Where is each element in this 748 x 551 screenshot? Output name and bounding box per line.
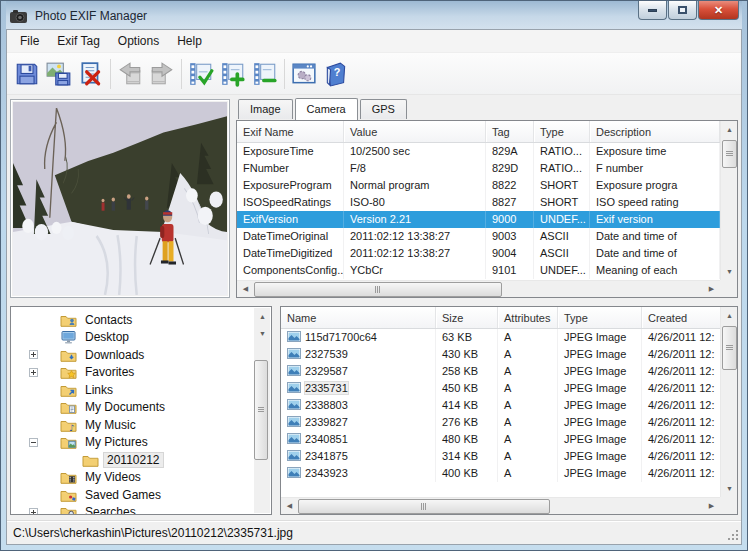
scroll-right-arrow[interactable]: ▶ xyxy=(703,281,720,298)
column-header-attributes[interactable]: Attributes xyxy=(498,307,558,328)
expand-icon[interactable] xyxy=(29,368,38,377)
column-header-value[interactable]: Value xyxy=(344,121,486,142)
table-cell: FNumber xyxy=(237,160,344,177)
table-row[interactable]: ExifVersionVersion 2.219000UNDEF...Exif … xyxy=(237,211,720,228)
files-vertical-scrollbar[interactable]: ▲ ▼ xyxy=(720,307,737,497)
image-file-icon xyxy=(287,399,301,410)
table-cell: ASCII xyxy=(534,245,590,262)
table-cell: ComponentsConfig... xyxy=(237,262,344,279)
tree-item-label: My Documents xyxy=(82,400,168,414)
table-row[interactable]: DateTimeDigitized2011:02:12 13:38:279004… xyxy=(237,245,720,262)
save-image-button[interactable] xyxy=(43,57,75,91)
tab-image[interactable]: Image xyxy=(238,99,293,119)
expand-icon[interactable] xyxy=(29,508,38,514)
scroll-left-arrow[interactable]: ◀ xyxy=(281,498,298,515)
table-cell: Normal program xyxy=(344,177,486,194)
minimize-button[interactable] xyxy=(638,1,667,20)
menu-help[interactable]: Help xyxy=(168,31,211,51)
searches-icon xyxy=(60,505,77,514)
menu-exif-tag[interactable]: Exif Tag xyxy=(48,31,108,51)
table-row[interactable]: 2329587258 KBAJPEG Image4/26/2011 12: xyxy=(281,363,720,380)
column-header-type[interactable]: Type xyxy=(534,121,590,142)
tree-item-links[interactable]: Links xyxy=(11,381,254,399)
column-header-type[interactable]: Type xyxy=(558,307,642,328)
help-button[interactable]: ? xyxy=(320,57,352,91)
table-row[interactable]: DateTimeOriginal2011:02:12 13:38:279003A… xyxy=(237,228,720,245)
scroll-left-arrow[interactable]: ◀ xyxy=(237,281,254,298)
tree-item-favorites[interactable]: Favorites xyxy=(11,364,254,382)
save-image-icon xyxy=(46,61,72,87)
table-row[interactable]: 2340851480 KBAJPEG Image4/26/2011 12: xyxy=(281,431,720,448)
tree-item-saved-games[interactable]: Saved Games xyxy=(11,486,254,504)
table-row[interactable]: ExposureTime10/2500 sec829ARATIO...Expos… xyxy=(237,143,720,160)
table-cell: 480 KB xyxy=(436,431,498,448)
close-button[interactable]: ✕ xyxy=(698,1,739,20)
collapse-icon[interactable] xyxy=(29,438,38,447)
table-row[interactable]: 2343923400 KBAJPEG Image4/26/2011 12: xyxy=(281,465,720,482)
scroll-thumb[interactable] xyxy=(722,326,737,370)
table-row[interactable]: ISOSpeedRatingsISO-808827SHORTISO speed … xyxy=(237,194,720,211)
scroll-up-arrow[interactable]: ▲ xyxy=(721,121,738,138)
table-cell: A xyxy=(498,397,558,414)
exif-check-button[interactable] xyxy=(185,57,217,91)
table-row[interactable]: 2339827276 KBAJPEG Image4/26/2011 12: xyxy=(281,414,720,431)
table-row[interactable]: 2338803414 KBAJPEG Image4/26/2011 12: xyxy=(281,397,720,414)
column-header-tag[interactable]: Tag xyxy=(486,121,534,142)
delete-exif-button[interactable] xyxy=(75,57,107,91)
table-cell: 450 KB xyxy=(436,380,498,397)
table-row[interactable]: FNumberF/8829DRATIO...F number xyxy=(237,160,720,177)
table-row[interactable]: 2341875314 KBAJPEG Image4/26/2011 12: xyxy=(281,448,720,465)
tab-gps[interactable]: GPS xyxy=(360,99,407,119)
table-row[interactable]: ComponentsConfig...YCbCr9101UNDEF...Mean… xyxy=(237,262,720,279)
exif-vertical-scrollbar[interactable]: ▲ ▼ xyxy=(720,121,737,280)
table-row[interactable]: 115d71700c6463 KBAJPEG Image4/26/2011 12… xyxy=(281,329,720,346)
resize-grip[interactable] xyxy=(727,529,739,541)
tree-item-20110212[interactable]: 20110212 xyxy=(11,451,254,469)
music-icon: ♪ xyxy=(60,418,77,432)
title-bar[interactable]: Photo EXIF Manager ✕ xyxy=(6,1,742,29)
scroll-down-arrow[interactable]: ▼ xyxy=(721,480,738,497)
column-header-size[interactable]: Size xyxy=(436,307,498,328)
scroll-down-arrow[interactable]: ▼ xyxy=(721,263,738,280)
image-file-icon xyxy=(287,348,301,359)
tree-item-my-videos[interactable]: My Videos xyxy=(11,469,254,487)
table-cell: A xyxy=(498,329,558,346)
exif-horizontal-scrollbar[interactable]: ◀ ▶ xyxy=(237,280,720,297)
table-row[interactable]: ExposureProgramNormal program8822SHORTEx… xyxy=(237,177,720,194)
image-file-icon xyxy=(287,382,301,393)
exif-remove-button[interactable] xyxy=(249,57,281,91)
tree-item-searches[interactable]: Searches xyxy=(11,504,254,515)
scroll-thumb[interactable] xyxy=(298,499,550,514)
table-row[interactable]: 2327539430 KBAJPEG Image4/26/2011 12: xyxy=(281,346,720,363)
column-header-description[interactable]: Description xyxy=(590,121,720,142)
tree-item-desktop[interactable]: Desktop xyxy=(11,329,254,347)
tree-item-my-pictures[interactable]: My Pictures xyxy=(11,434,254,452)
table-cell: UNDEF... xyxy=(534,262,590,279)
table-row[interactable]: 2335731450 KBAJPEG Image4/26/2011 12: xyxy=(281,380,720,397)
column-header-exif-name[interactable]: Exif Name xyxy=(237,121,344,142)
tree-item-my-documents[interactable]: My Documents xyxy=(11,399,254,417)
scroll-thumb[interactable] xyxy=(254,360,268,460)
scroll-up-arrow[interactable]: ▲ xyxy=(254,308,271,325)
options-button[interactable] xyxy=(288,57,320,91)
tree-vertical-scrollbar[interactable]: ▲ ▼ xyxy=(254,308,270,513)
scroll-down-arrow[interactable]: ▼ xyxy=(254,325,271,342)
tree-item-contacts[interactable]: Contacts xyxy=(11,311,254,329)
tree-item-downloads[interactable]: Downloads xyxy=(11,346,254,364)
scroll-thumb[interactable] xyxy=(254,282,502,297)
previous-image-button[interactable] xyxy=(114,57,146,91)
exif-add-button[interactable] xyxy=(217,57,249,91)
scroll-thumb[interactable] xyxy=(722,140,737,168)
scroll-up-arrow[interactable]: ▲ xyxy=(721,307,738,324)
column-header-name[interactable]: Name xyxy=(281,307,436,328)
menu-options[interactable]: Options xyxy=(109,31,168,51)
scroll-right-arrow[interactable]: ▶ xyxy=(703,498,720,515)
expand-icon[interactable] xyxy=(29,350,38,359)
tree-item-my-music[interactable]: ♪My Music xyxy=(11,416,254,434)
save-button[interactable] xyxy=(11,57,43,91)
next-image-button[interactable] xyxy=(146,57,178,91)
menu-file[interactable]: File xyxy=(11,31,48,51)
files-horizontal-scrollbar[interactable]: ◀ ▶ xyxy=(281,497,720,514)
tab-camera[interactable]: Camera xyxy=(295,98,358,120)
maximize-button[interactable] xyxy=(668,1,697,20)
